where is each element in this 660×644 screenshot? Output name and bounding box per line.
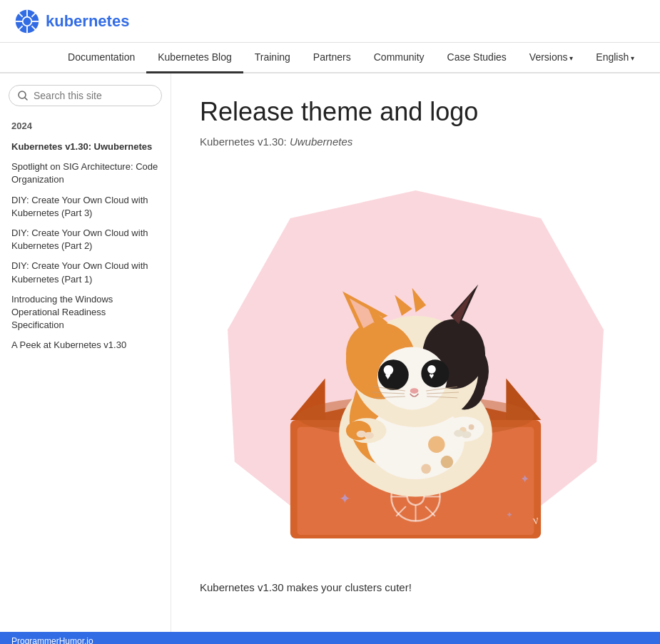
sidebar-item-diy-cloud-part1[interactable]: DIY: Create Your Own Cloud with Kubernet… — [9, 256, 162, 289]
sidebar-item-kubernetes-v130[interactable]: Kubernetes v1.30: Uwubernetes — [9, 137, 162, 157]
watermark-text: ProgrammerHumor.io — [11, 636, 93, 644]
subtitle: Kubernetes v1.30: Uwubernetes — [200, 136, 631, 148]
search-input[interactable] — [34, 90, 153, 101]
logo-text: kubernetes — [46, 12, 129, 31]
nav-items: Documentation Kubernetes Blog Training P… — [56, 43, 646, 72]
caption: Kubernetes v1.30 makes your clusters cut… — [200, 581, 631, 593]
svg-text:♥: ♥ — [429, 371, 434, 380]
sidebar-item-diy-cloud-part3[interactable]: DIY: Create Your Own Cloud with Kubernet… — [9, 190, 162, 223]
main-content: Release theme and logo Kubernetes v1.30:… — [171, 73, 660, 632]
svg-text:♥: ♥ — [385, 372, 390, 382]
nav-kubernetes-blog[interactable]: Kubernetes Blog — [146, 43, 243, 73]
header: kubernetes — [0, 0, 660, 43]
sidebar-year: 2024 — [9, 121, 162, 131]
sidebar-scroll-area: Kubernetes v1.30: Uwubernetes Spotlight … — [9, 137, 162, 355]
nav-documentation[interactable]: Documentation — [56, 43, 146, 73]
nav-english[interactable]: English — [584, 43, 646, 73]
svg-point-74 — [462, 431, 472, 439]
svg-text:✦: ✦ — [520, 473, 529, 485]
nav-bar: Documentation Kubernetes Blog Training P… — [0, 43, 660, 73]
kubernetes-logo-icon — [14, 9, 40, 34]
nav-versions[interactable]: Versions — [518, 43, 584, 73]
svg-point-77 — [421, 464, 431, 474]
page-layout: 2024 Kubernetes v1.30: Uwubernetes Spotl… — [0, 73, 660, 632]
sidebar-item-spotlight-sig[interactable]: Spotlight on SIG Architecture: Code Orga… — [9, 157, 162, 190]
svg-line-11 — [25, 98, 27, 100]
page-title: Release theme and logo — [200, 96, 631, 127]
subtitle-italic: Uwubernetes — [290, 136, 352, 148]
nav-partners[interactable]: Partners — [302, 43, 362, 73]
nav-community[interactable]: Community — [362, 43, 436, 73]
hero-image: ✦ ✦ ✦ v 1.30 — [200, 165, 631, 564]
sidebar-item-diy-cloud-part2[interactable]: DIY: Create Your Own Cloud with Kubernet… — [9, 223, 162, 256]
sidebar-item-windows-readiness[interactable]: Introducing the Windows Operational Read… — [9, 290, 162, 336]
sidebar-item-peek-k8s-v130[interactable]: A Peek at Kubernetes v1.30 — [9, 335, 162, 355]
hero-image-container: ✦ ✦ ✦ v 1.30 — [200, 165, 631, 564]
svg-point-76 — [441, 456, 454, 469]
logo-link[interactable]: kubernetes — [14, 9, 129, 34]
svg-point-59 — [410, 388, 419, 394]
svg-point-69 — [364, 432, 374, 439]
caption-prefix: Kubernetes v1.30 — [200, 581, 287, 593]
caption-text: makes your clusters cuter! — [287, 581, 412, 593]
search-box[interactable] — [9, 85, 162, 106]
subtitle-prefix: Kubernetes v1.30: — [200, 136, 290, 148]
sidebar: 2024 Kubernetes v1.30: Uwubernetes Spotl… — [0, 73, 171, 632]
svg-text:✦: ✦ — [506, 510, 513, 519]
svg-point-53 — [380, 361, 407, 389]
svg-point-72 — [469, 424, 474, 430]
svg-text:✦: ✦ — [339, 491, 351, 506]
search-icon — [18, 91, 28, 101]
svg-point-56 — [421, 359, 449, 387]
nav-training[interactable]: Training — [243, 43, 302, 73]
footer-bar: ProgrammerHumor.io — [0, 632, 660, 644]
svg-point-75 — [428, 436, 445, 453]
nav-case-studies[interactable]: Case Studies — [436, 43, 518, 73]
